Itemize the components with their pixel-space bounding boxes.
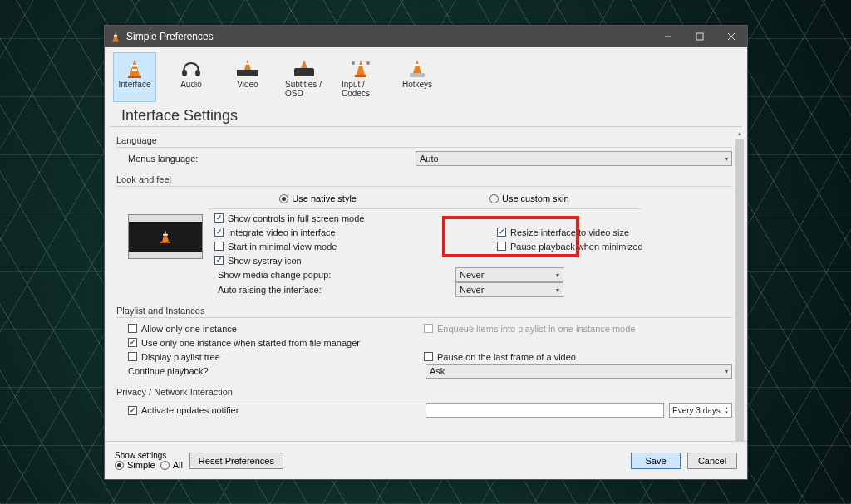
update-interval-spin[interactable]: Every 3 days▲▼ bbox=[669, 403, 732, 418]
svg-rect-1 bbox=[114, 35, 117, 37]
svg-rect-4 bbox=[696, 33, 703, 40]
group-language: Language bbox=[116, 135, 732, 145]
maximize-button[interactable] bbox=[684, 26, 716, 47]
scroll-thumb[interactable] bbox=[735, 139, 744, 443]
svg-rect-24 bbox=[415, 64, 420, 66]
svg-rect-2 bbox=[112, 41, 119, 42]
category-label: Video bbox=[237, 80, 258, 89]
category-video[interactable]: Video bbox=[226, 52, 269, 102]
svg-point-21 bbox=[352, 61, 355, 65]
category-hotkeys[interactable]: Hotkeys bbox=[396, 52, 439, 102]
chevron-down-icon: ▾ bbox=[556, 286, 559, 294]
chk-show-systray[interactable]: Show systray icon bbox=[214, 253, 489, 267]
chk-integrate-video[interactable]: Integrate video in interface bbox=[214, 225, 489, 239]
chk-allow-one-instance[interactable]: Allow only one instance bbox=[128, 321, 416, 335]
svg-marker-17 bbox=[301, 60, 307, 68]
chk-display-playlist-tree[interactable]: Display playlist tree bbox=[128, 350, 416, 364]
category-label: Input / Codecs bbox=[342, 80, 380, 98]
chevron-down-icon[interactable]: ▼ bbox=[724, 410, 729, 415]
scroll-up-icon[interactable]: ▴ bbox=[734, 127, 745, 139]
chevron-down-icon: ▾ bbox=[725, 155, 728, 163]
svg-marker-7 bbox=[130, 59, 140, 76]
category-audio[interactable]: Audio bbox=[170, 52, 213, 102]
radio-show-simple[interactable]: Simple bbox=[115, 460, 155, 470]
category-toolbar: Interface Audio Video Subtitles / OSD In… bbox=[105, 47, 747, 104]
svg-point-11 bbox=[182, 70, 187, 76]
updates-field[interactable] bbox=[426, 403, 664, 418]
group-playlist: Playlist and Instances bbox=[116, 306, 732, 316]
continue-playback-label: Continue playback? bbox=[116, 366, 426, 376]
divider bbox=[116, 147, 732, 148]
menus-language-select[interactable]: Auto▾ bbox=[416, 151, 732, 166]
svg-rect-28 bbox=[160, 242, 170, 243]
film-cone-icon bbox=[233, 56, 263, 80]
chk-activate-updates[interactable]: Activate updates notifier bbox=[128, 404, 426, 418]
svg-rect-25 bbox=[410, 73, 425, 77]
continue-playback-select[interactable]: Ask▾ bbox=[426, 364, 732, 379]
svg-rect-20 bbox=[355, 75, 366, 77]
preferences-window: Simple Preferences Interface Audio Video… bbox=[104, 25, 748, 480]
cancel-button[interactable]: Cancel bbox=[687, 453, 737, 469]
chk-show-controls-fullscreen[interactable]: Show controls in full screen mode bbox=[214, 211, 489, 225]
interface-cone-icon bbox=[120, 56, 150, 80]
page-heading: Interface Settings bbox=[110, 104, 742, 127]
scrollbar[interactable]: ▴ ▾ bbox=[734, 127, 745, 454]
svg-rect-13 bbox=[237, 70, 258, 76]
chk-start-minimal[interactable]: Start in minimal view mode bbox=[214, 239, 489, 253]
minimize-button[interactable] bbox=[652, 26, 684, 47]
category-label: Interface bbox=[119, 80, 151, 89]
category-label: Hotkeys bbox=[402, 80, 432, 89]
svg-rect-8 bbox=[131, 65, 138, 67]
menus-language-label: Menus language: bbox=[116, 154, 283, 164]
chk-resize-to-video[interactable]: Resize interface to video size bbox=[497, 225, 732, 239]
radio-native-style[interactable]: Use native style bbox=[279, 193, 357, 203]
svg-marker-14 bbox=[244, 60, 251, 70]
group-privacy: Privacy / Network Interaction bbox=[116, 387, 732, 397]
svg-marker-18 bbox=[357, 60, 365, 75]
codecs-cone-icon bbox=[346, 56, 376, 80]
chk-enqueue-one-instance: Enqueue items into playlist in one insta… bbox=[424, 321, 732, 335]
svg-rect-9 bbox=[132, 69, 137, 71]
titlebar: Simple Preferences bbox=[105, 26, 747, 47]
settings-scroll-area: Language Menus language: Auto▾ Look and … bbox=[105, 127, 747, 454]
bottom-bar: Show settings Simple All Reset Preferenc… bbox=[105, 441, 747, 479]
svg-rect-19 bbox=[358, 65, 363, 66]
subtitles-icon bbox=[289, 56, 319, 80]
show-settings-label: Show settings bbox=[115, 451, 183, 460]
radio-custom-skin[interactable]: Use custom skin bbox=[489, 193, 569, 203]
chk-pause-minimized[interactable]: Pause playback when minimized bbox=[497, 239, 732, 253]
svg-marker-26 bbox=[162, 230, 169, 242]
svg-rect-27 bbox=[163, 234, 168, 236]
divider bbox=[116, 317, 732, 318]
auto-raise-select[interactable]: Never▾ bbox=[455, 282, 563, 297]
svg-rect-10 bbox=[128, 76, 141, 78]
chevron-down-icon: ▾ bbox=[725, 368, 728, 375]
window-title: Simple Preferences bbox=[126, 31, 652, 42]
save-button[interactable]: Save bbox=[631, 453, 681, 469]
vlc-app-icon bbox=[110, 31, 121, 42]
category-codecs[interactable]: Input / Codecs bbox=[339, 52, 382, 102]
reset-preferences-button[interactable]: Reset Preferences bbox=[189, 453, 283, 469]
svg-rect-16 bbox=[294, 68, 314, 76]
divider bbox=[116, 186, 732, 187]
group-look: Look and feel bbox=[116, 174, 732, 184]
keyboard-cone-icon bbox=[402, 56, 432, 80]
close-button[interactable] bbox=[716, 26, 747, 47]
skin-preview bbox=[128, 214, 203, 259]
svg-rect-15 bbox=[245, 63, 250, 65]
chevron-down-icon: ▾ bbox=[556, 272, 559, 279]
category-label: Audio bbox=[180, 80, 202, 89]
svg-point-22 bbox=[366, 61, 370, 65]
chk-one-instance-filemanager[interactable]: Use only one instance when started from … bbox=[128, 335, 416, 350]
divider bbox=[208, 208, 641, 209]
svg-point-12 bbox=[195, 70, 200, 76]
radio-show-all[interactable]: All bbox=[160, 460, 183, 470]
headphones-icon bbox=[176, 56, 206, 80]
divider bbox=[116, 399, 732, 399]
category-subtitles[interactable]: Subtitles / OSD bbox=[283, 52, 326, 102]
media-change-popup-select[interactable]: Never▾ bbox=[455, 267, 563, 282]
media-change-popup-label: Show media change popup: bbox=[206, 270, 455, 280]
chk-pause-last-frame[interactable]: Pause on the last frame of a video bbox=[424, 350, 732, 364]
category-interface[interactable]: Interface bbox=[113, 52, 156, 102]
svg-marker-23 bbox=[413, 60, 421, 73]
